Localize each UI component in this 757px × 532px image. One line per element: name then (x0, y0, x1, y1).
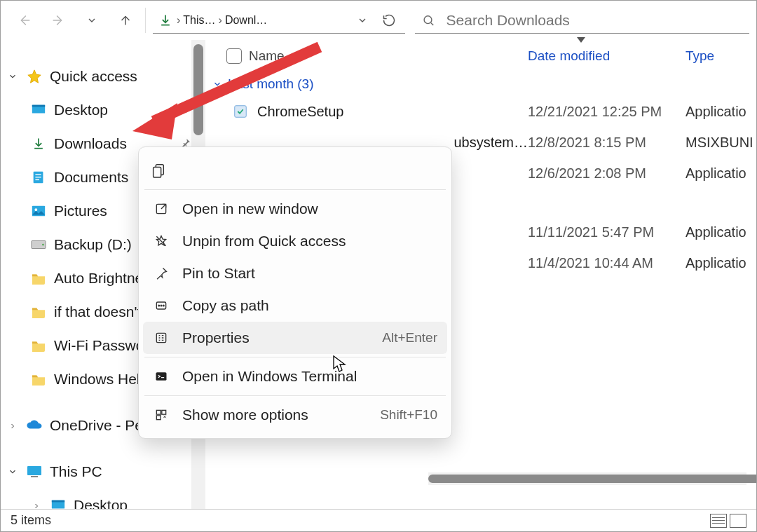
ctx-shortcut: Alt+Enter (382, 330, 437, 346)
file-name: ChromeSetup (257, 104, 343, 120)
view-switcher (710, 514, 746, 528)
context-menu-action-row (143, 154, 447, 186)
scrollbar-thumb[interactable] (193, 44, 203, 135)
ctx-properties[interactable]: Properties Alt+Enter (143, 322, 447, 354)
copy-path-icon (153, 297, 170, 314)
unpin-star-icon (153, 233, 170, 250)
sidebar-item-desktop[interactable]: Desktop (1, 93, 191, 127)
recent-locations-button[interactable] (75, 5, 109, 36)
context-menu-separator (144, 395, 446, 396)
search-input[interactable] (445, 11, 742, 29)
column-type[interactable]: Type (686, 48, 714, 64)
chevron-right-icon: › (177, 14, 180, 27)
svg-rect-6 (35, 179, 39, 180)
ctx-label: Properties (182, 329, 250, 346)
ctx-pin-to-start[interactable]: Pin to Start (143, 257, 447, 289)
view-details-button[interactable] (710, 514, 727, 528)
folder-icon (30, 371, 47, 388)
file-type: MSIXBUNI (686, 135, 753, 151)
sidebar-item-label: This PC (50, 463, 191, 480)
expand-icon[interactable] (6, 417, 19, 434)
folder-icon (30, 337, 47, 354)
pictures-icon (30, 203, 47, 219)
svg-rect-14 (52, 500, 64, 503)
ctx-copy-as-path[interactable]: Copy as path (143, 289, 447, 322)
column-date-modified[interactable]: Date modified (528, 48, 686, 64)
new-window-icon (153, 200, 170, 217)
svg-rect-23 (156, 333, 165, 342)
file-date: 11/11/2021 5:47 PM (528, 224, 686, 240)
svg-rect-5 (35, 177, 41, 177)
group-label: Last month (3) (228, 76, 314, 92)
svg-rect-24 (156, 372, 167, 381)
svg-rect-2 (32, 105, 45, 107)
star-icon (26, 68, 43, 85)
svg-rect-4 (35, 174, 41, 175)
terminal-icon (153, 368, 170, 385)
chevron-right-icon: › (219, 14, 222, 27)
column-name[interactable]: Name (249, 48, 285, 64)
status-bar: 5 items (1, 509, 756, 531)
pin-icon (153, 265, 170, 282)
svg-rect-26 (162, 410, 166, 414)
breadcrumb-this-pc[interactable]: This… (183, 14, 215, 27)
toolbar: › This… › Downl… (1, 1, 756, 40)
desktop-icon (30, 102, 47, 118)
explorer-window: › This… › Downl… Quick access (0, 0, 757, 532)
folder-icon (30, 303, 47, 320)
scrollbar-thumb[interactable] (428, 475, 757, 483)
sidebar-item-this-pc[interactable]: This PC (1, 455, 191, 489)
sidebar-item-label: Quick access (50, 68, 191, 85)
downloads-icon (30, 135, 47, 152)
svg-rect-12 (31, 476, 38, 477)
horizontal-scrollbar[interactable] (428, 472, 746, 485)
this-pc-icon (26, 463, 43, 480)
copy-icon[interactable] (150, 162, 167, 179)
svg-point-8 (35, 208, 38, 211)
onedrive-icon (26, 417, 43, 434)
context-menu-separator (144, 189, 446, 190)
ctx-unpin-quick-access[interactable]: Unpin from Quick access (143, 225, 447, 257)
svg-rect-17 (154, 167, 161, 177)
ctx-open-windows-terminal[interactable]: Open in Windows Terminal (143, 360, 447, 393)
file-type: Applicatio (686, 104, 746, 120)
svg-rect-11 (27, 466, 41, 475)
back-button[interactable] (8, 5, 41, 36)
address-bar[interactable]: › This… › Downl… (153, 7, 405, 34)
file-date: 12/8/2021 8:15 PM (528, 135, 686, 151)
installer-icon (232, 103, 249, 120)
context-menu: Open in new window Unpin from Quick acce… (138, 146, 452, 439)
ctx-show-more-options[interactable]: Show more options Shift+F10 (143, 399, 447, 431)
ctx-label: Show more options (182, 407, 308, 423)
ctx-open-new-window[interactable]: Open in new window (143, 193, 447, 225)
status-item-count: 5 items (11, 513, 51, 528)
context-menu-separator (144, 357, 446, 357)
file-row[interactable]: ChromeSetup 12/21/2021 12:25 PM Applicat… (205, 96, 756, 127)
svg-point-21 (161, 305, 162, 306)
breadcrumb-label: This… (183, 14, 215, 27)
collapse-icon[interactable] (6, 463, 19, 480)
ctx-label: Open in new window (182, 200, 318, 217)
ctx-label: Open in Windows Terminal (182, 368, 357, 385)
address-history-button[interactable] (350, 5, 374, 36)
sidebar-item-quick-access[interactable]: Quick access (1, 60, 191, 93)
sidebar-item-label: Desktop (54, 102, 173, 118)
breadcrumb-downloads[interactable]: Downl… (225, 14, 267, 27)
forward-button[interactable] (41, 5, 75, 36)
collapse-icon[interactable] (6, 68, 19, 85)
up-button[interactable] (109, 5, 142, 36)
group-header-last-month[interactable]: Last month (3) (205, 72, 756, 96)
column-headers: Name Date modified Type (205, 40, 756, 72)
properties-icon (153, 329, 170, 346)
search-icon (422, 13, 435, 27)
file-date: 12/21/2021 12:25 PM (528, 104, 686, 120)
svg-point-20 (158, 305, 160, 306)
ctx-shortcut: Shift+F10 (380, 407, 437, 423)
file-date: 11/4/2021 10:44 AM (528, 255, 686, 271)
select-all-checkbox[interactable] (226, 48, 242, 64)
file-type: Applicatio (686, 255, 746, 271)
pin-icon (180, 102, 191, 118)
refresh-button[interactable] (377, 5, 401, 36)
view-large-icons-button[interactable] (730, 514, 746, 528)
search-box[interactable] (415, 7, 749, 34)
